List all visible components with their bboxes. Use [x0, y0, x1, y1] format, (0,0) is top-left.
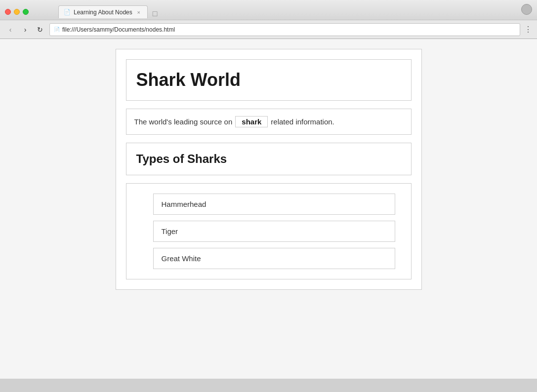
- title-bar: 📄 Learning About Nodes × □: [0, 0, 537, 20]
- outer-container: Shark World The world's leading source o…: [116, 49, 422, 290]
- page-content: Shark World The world's leading source o…: [0, 39, 537, 379]
- forward-button[interactable]: ›: [20, 24, 31, 35]
- shark-item-great-white: Great White: [153, 248, 395, 269]
- shark-item-hammerhead: Hammerhead: [153, 194, 395, 215]
- minimize-button[interactable]: [14, 9, 20, 15]
- list-item: Tiger: [149, 221, 396, 242]
- shark-item-tiger: Tiger: [153, 221, 395, 242]
- browser-tab[interactable]: 📄 Learning About Nodes ×: [58, 5, 148, 18]
- section-heading-box: Types of Sharks: [126, 143, 412, 175]
- reload-button[interactable]: ↻: [35, 24, 45, 35]
- shark-list-box: Hammerhead Tiger Great White: [126, 183, 412, 279]
- title-box: Shark World: [126, 59, 412, 101]
- address-bar: ‹ › ↻ 📄 file:///Users/sammy/Documents/no…: [0, 20, 537, 39]
- browser-chrome: 📄 Learning About Nodes × □ ‹ › ↻ 📄 file:…: [0, 0, 537, 39]
- traffic-lights: [5, 9, 29, 15]
- url-secure-icon: 📄: [54, 27, 60, 32]
- tab-title: Learning About Nodes: [74, 9, 132, 16]
- profile-icon[interactable]: [521, 4, 532, 15]
- subtitle-before-text: The world's leading source on: [134, 118, 233, 126]
- list-item: Great White: [149, 248, 396, 269]
- list-item: Hammerhead: [149, 194, 396, 215]
- tab-page-icon: 📄: [64, 9, 71, 15]
- browser-menu-button[interactable]: ⋮: [524, 25, 532, 34]
- subtitle-keyword: shark: [235, 116, 268, 127]
- close-button[interactable]: [5, 9, 11, 15]
- new-tab-button[interactable]: □: [151, 9, 160, 18]
- section-heading: Types of Sharks: [136, 152, 401, 166]
- url-input[interactable]: 📄 file:///Users/sammy/Documents/nodes.ht…: [49, 23, 520, 36]
- tab-close-button[interactable]: ×: [135, 9, 142, 16]
- url-text: file:///Users/sammy/Documents/nodes.html: [62, 26, 175, 33]
- back-button[interactable]: ‹: [5, 24, 16, 35]
- page-title: Shark World: [136, 70, 401, 90]
- subtitle-box: The world's leading source on shark rela…: [126, 109, 412, 135]
- maximize-button[interactable]: [23, 9, 29, 15]
- shark-list: Hammerhead Tiger Great White: [141, 194, 396, 269]
- subtitle-after-text: related information.: [271, 118, 334, 126]
